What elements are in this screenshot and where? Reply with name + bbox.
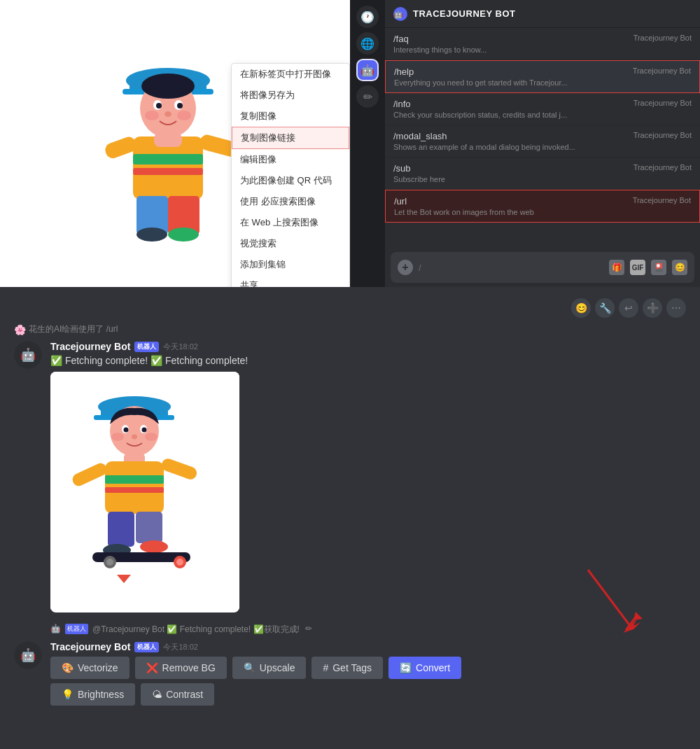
discord-input-text[interactable]: / [419, 262, 603, 273]
context-menu-visual-label: 视觉搜索 [240, 237, 276, 250]
gif-icon[interactable]: GIF [630, 260, 645, 275]
discord-header: 🤖 TRACEJOURNEY BOT [385, 0, 700, 28]
command-sub-author: Tracejourney Bot [634, 163, 692, 172]
command-modal-name: /modal_slash [393, 131, 575, 141]
context-menu: 在新标签页中打开图像 将图像另存为 复制图像 复制图像链接 编辑图像 为此图像创… [231, 63, 350, 287]
command-info[interactable]: /info Check your subscription status, cr… [385, 93, 700, 125]
skater-image-container[interactable] [50, 372, 239, 612]
command-help-name: /help [394, 66, 568, 77]
context-menu-qr[interactable]: 为此图像创建 QR 代码 [232, 170, 349, 191]
svg-point-34 [132, 435, 137, 440]
message-author-line-1: Tracejourney Bot 机器人 今天18:02 [50, 341, 686, 352]
context-menu-web-search[interactable]: 在 Web 上搜索图像 [232, 212, 349, 233]
brightness-icon: 💡 [62, 689, 74, 700]
context-menu-share[interactable]: 共享 [232, 275, 349, 287]
upscale-icon: 🔍 [244, 662, 255, 673]
convert-button[interactable]: 🔄 Convert [388, 657, 461, 679]
convert-icon: 🔄 [400, 662, 412, 673]
sidebar-icon-bot[interactable]: 🤖 [356, 59, 379, 81]
small-at-bot: @Tracejourney Bot ✅ Fetching complete! ✅… [92, 624, 300, 636]
svg-point-8 [177, 103, 183, 108]
reaction-emoji-icon[interactable]: 😊 [571, 298, 591, 318]
removebg-icon: ❌ [146, 662, 158, 673]
reaction-reply-icon[interactable]: ↩ [619, 298, 638, 318]
skater-image-bottom [50, 372, 239, 610]
context-menu-bing-search[interactable]: 使用 必应搜索图像 [232, 191, 349, 212]
svg-rect-42 [136, 512, 162, 543]
discord-input-bar[interactable]: + / 🎁 GIF 🎴 😊 [391, 252, 694, 283]
gettags-icon: # [323, 662, 328, 673]
command-help[interactable]: /help Everything you need to get started… [385, 60, 700, 93]
reaction-more-icon[interactable]: ⋯ [666, 298, 686, 318]
svg-point-11 [177, 111, 191, 120]
discord-input-plus-icon[interactable]: + [398, 260, 413, 275]
command-info-desc: Check your subscription status, credits … [393, 111, 567, 119]
command-faq-name: /faq [393, 34, 486, 44]
command-info-name: /info [393, 99, 567, 109]
emoji-icon[interactable]: 😊 [672, 260, 687, 275]
context-menu-collection[interactable]: 添加到集锦 [232, 254, 349, 275]
bot-badge-1: 机器人 [134, 342, 159, 352]
command-sub[interactable]: /sub Subscribe here Tracejourney Bot [385, 158, 700, 190]
sidebar-icon-globe[interactable]: 🌐 [356, 32, 379, 55]
sidebar-icon-clock[interactable]: 🕐 [356, 6, 379, 28]
context-menu-qr-label: 为此图像创建 QR 代码 [240, 174, 332, 187]
svg-point-30 [124, 428, 129, 433]
svg-point-47 [106, 559, 113, 566]
command-faq[interactable]: /faq Interesting things to know... Trace… [385, 28, 700, 60]
svg-rect-40 [160, 457, 198, 482]
gift-icon[interactable]: 🎁 [609, 260, 624, 275]
sticker-icon[interactable]: 🎴 [651, 260, 666, 275]
svg-point-33 [145, 433, 158, 441]
message-reaction-bar: 😊 🔧 ↩ ➕ ⋯ [14, 298, 686, 318]
gettags-button[interactable]: # Get Tags [312, 657, 383, 679]
reaction-tools-icon[interactable]: 🔧 [595, 298, 615, 318]
bot-avatar-1: 🤖 [14, 341, 42, 369]
removebg-button[interactable]: ❌ Remove BG [135, 657, 227, 679]
context-menu-visual[interactable]: 视觉搜索 [232, 233, 349, 254]
svg-point-49 [176, 559, 183, 566]
context-menu-save[interactable]: 将图像另存为 [232, 85, 349, 106]
command-faq-author: Tracejourney Bot [634, 34, 692, 42]
discord-command-panel: 🕐 🌐 🤖 ✏ 🤖 TRACEJOURNEY BOT /faq Interest… [350, 0, 700, 287]
command-modal-author: Tracejourney Bot [634, 131, 692, 139]
svg-rect-39 [71, 461, 109, 488]
command-url[interactable]: /url Let the Bot work on images from the… [385, 190, 700, 223]
sidebar-icon-edit[interactable]: ✏ [356, 85, 379, 108]
brightness-button[interactable]: 💡 Brightness [50, 683, 135, 706]
svg-point-10 [145, 111, 159, 120]
chat-section: 😊 🔧 ↩ ➕ ⋯ 🌸 花生的AI绘画使用了 /url 🤖 Tracejourn… [0, 287, 700, 749]
bot-avatar-2: 🤖 [14, 641, 42, 669]
command-help-desc: Everything you need to get started with … [394, 78, 568, 87]
fetch-message: ✅ Fetching complete! ✅ Fetching complete… [50, 355, 686, 366]
command-modal[interactable]: /modal_slash Shows an example of a modal… [385, 125, 700, 158]
context-menu-copy-link[interactable]: 复制图像链接 [232, 127, 349, 149]
command-sub-desc: Subscribe here [393, 175, 445, 183]
edit-pencil-icon: ✏ [305, 624, 312, 634]
context-menu-open-tab[interactable]: 在新标签页中打开图像 [232, 64, 349, 85]
context-menu-edit[interactable]: 编辑图像 [232, 149, 349, 170]
svg-rect-13 [154, 133, 182, 147]
gettags-label: Get Tags [332, 662, 372, 673]
upscale-button[interactable]: 🔍 Upscale [232, 657, 307, 679]
svg-marker-50 [117, 575, 131, 583]
message-author-line-2: Tracejourney Bot 机器人 今天18:02 [50, 641, 686, 652]
svg-point-18 [136, 227, 167, 241]
command-help-author: Tracejourney Bot [633, 66, 691, 75]
message-time-1: 今天18:02 [163, 342, 198, 352]
contrast-button[interactable]: 🌤 Contrast [141, 683, 214, 706]
discord-header-title: TRACEJOURNEY BOT [413, 8, 515, 19]
context-menu-edit-label: 编辑图像 [240, 153, 276, 166]
discord-commands-list[interactable]: /faq Interesting things to know... Trace… [385, 28, 700, 248]
top-section: 在新标签页中打开图像 将图像另存为 复制图像 复制图像链接 编辑图像 为此图像创… [0, 0, 700, 287]
message-content-1: Tracejourney Bot 机器人 今天18:02 ✅ Fetching … [50, 341, 686, 618]
context-menu-save-label: 将图像另存为 [240, 89, 295, 102]
context-menu-web-label: 在 Web 上搜索图像 [240, 216, 318, 229]
action-buttons-row-1: 🎨 Vectorize ❌ Remove BG 🔍 Upscale # Get … [50, 657, 686, 679]
context-menu-copy-image[interactable]: 复制图像 [232, 106, 349, 127]
discord-commands-main: 🤖 TRACEJOURNEY BOT /faq Interesting thin… [385, 0, 700, 287]
bot-name-1: Tracejourney Bot [50, 341, 130, 352]
vectorize-button[interactable]: 🎨 Vectorize [50, 657, 130, 679]
message-header-line: 🌸 花生的AI绘画使用了 /url [14, 323, 686, 335]
reaction-add-icon[interactable]: ➕ [643, 298, 662, 318]
